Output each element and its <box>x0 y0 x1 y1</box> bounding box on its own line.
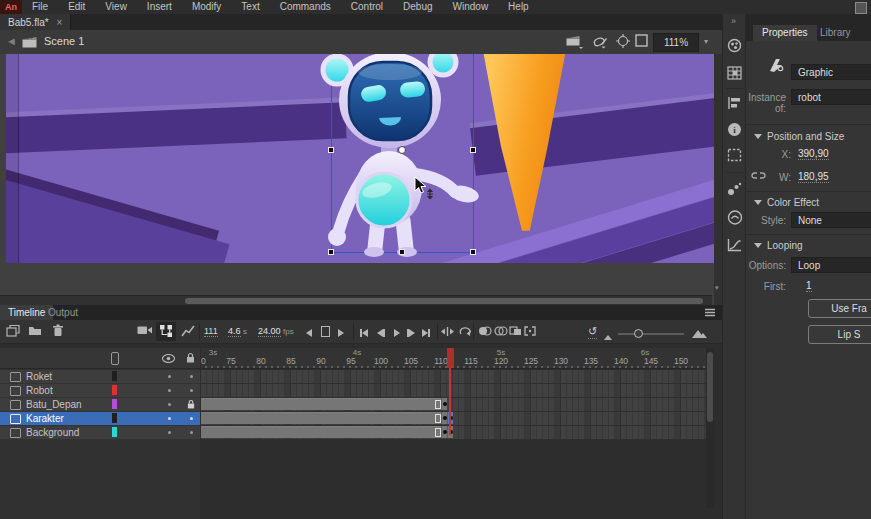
menu-commands[interactable]: Commands <box>270 0 341 14</box>
menu-control[interactable]: Control <box>341 0 393 14</box>
modify-markers-icon[interactable] <box>524 326 536 336</box>
stage-vertical-scrollbar[interactable]: ▾ <box>714 54 722 305</box>
layer-frames-background[interactable] <box>201 426 706 440</box>
go-to-last-frame-icon[interactable] <box>422 327 430 341</box>
new-layer-icon[interactable] <box>6 324 20 337</box>
layer-visibility-toggle[interactable] <box>168 375 171 378</box>
frame-rate-value[interactable]: 24.00 fps <box>258 326 294 336</box>
creative-cloud-icon[interactable] <box>727 210 743 225</box>
new-folder-icon[interactable] <box>28 324 42 336</box>
layer-lock-toggle[interactable] <box>190 389 193 392</box>
timeline-zoom-slider[interactable] <box>618 333 684 335</box>
menu-window[interactable]: Window <box>443 0 499 14</box>
layer-visibility-toggle[interactable] <box>168 431 171 434</box>
close-tab-icon[interactable]: × <box>57 17 63 28</box>
selection-handle-mid-left[interactable] <box>328 147 334 153</box>
camera-icon[interactable] <box>137 324 153 336</box>
layer-frames-roket[interactable] <box>201 370 706 384</box>
edit-scene-icon[interactable] <box>566 34 583 49</box>
timeline-zoom-knob[interactable] <box>634 329 643 338</box>
menu-help[interactable]: Help <box>498 0 539 14</box>
reset-timeline-zoom-icon[interactable]: ↺ <box>588 324 597 339</box>
loop-options-select[interactable]: Loop <box>791 257 871 273</box>
layer-visibility-toggle[interactable] <box>168 403 171 406</box>
center-stage-icon[interactable] <box>616 34 630 48</box>
menu-view[interactable]: View <box>95 0 137 14</box>
stage-canvas[interactable] <box>6 54 715 263</box>
menu-edit[interactable]: Edit <box>58 0 95 14</box>
elapsed-time-value[interactable]: 4.6 s <box>228 326 247 336</box>
menu-text[interactable]: Text <box>231 0 269 14</box>
menu-modify[interactable]: Modify <box>182 0 231 14</box>
onion-skin-outlines-icon[interactable] <box>494 326 508 336</box>
layer-frames-robot[interactable] <box>201 384 706 398</box>
center-frame-icon[interactable] <box>441 326 454 337</box>
style-select[interactable]: None <box>791 212 871 228</box>
clip-content-icon[interactable] <box>635 34 648 47</box>
lip-syncing-button[interactable]: Lip S <box>808 325 871 344</box>
use-frame-picker-button[interactable]: Use Fra <box>808 299 871 318</box>
stage-zoom-select[interactable]: 111% <box>653 33 699 52</box>
color-wheel-icon[interactable] <box>727 38 742 53</box>
show-graph-icon[interactable] <box>181 324 195 337</box>
lock-column-icon[interactable] <box>186 352 195 363</box>
zoom-caret-icon[interactable]: ▾ <box>699 33 713 50</box>
menu-file[interactable]: File <box>22 0 58 14</box>
playhead-marker[interactable] <box>447 348 454 368</box>
timeline-vertical-scrollbar[interactable] <box>706 348 714 508</box>
layer-row-background[interactable]: Background <box>0 426 200 440</box>
selection-handle-bottom-left[interactable] <box>328 249 334 255</box>
robot-character[interactable] <box>317 54 483 260</box>
stage-horizontal-scrollbar-thumb[interactable] <box>185 298 703 304</box>
onion-skin-icon[interactable] <box>478 326 492 336</box>
scroll-down-icon[interactable]: ▾ <box>715 284 719 292</box>
edit-multiple-frames-icon[interactable] <box>509 326 522 336</box>
selection-handle-mid-right[interactable] <box>470 147 476 153</box>
next-keyframe-icon[interactable] <box>407 327 415 341</box>
layer-parenting-icon[interactable] <box>156 322 176 341</box>
w-value[interactable]: 180,95 <box>798 171 829 183</box>
transform-icon[interactable] <box>727 148 742 162</box>
link-width-height-icon[interactable] <box>751 169 766 182</box>
align-icon[interactable] <box>727 96 742 110</box>
transformation-point[interactable] <box>398 146 406 154</box>
loop-playback-icon[interactable] <box>458 325 473 337</box>
layer-lock-toggle[interactable] <box>190 431 193 434</box>
layer-row-roket[interactable]: Roket <box>0 370 200 384</box>
tab-properties[interactable]: Properties <box>753 25 817 41</box>
timeline-vertical-scrollbar-thumb[interactable] <box>707 352 713 422</box>
info-icon[interactable]: i <box>727 122 742 137</box>
delete-layer-icon[interactable] <box>52 324 64 337</box>
playhead-line[interactable] <box>449 368 451 435</box>
layer-frames-batu_depan[interactable] <box>201 398 706 412</box>
layer-row-robot[interactable]: Robot <box>0 384 200 398</box>
instance-name-field[interactable]: robot <box>791 89 871 105</box>
back-arrow-icon[interactable]: ◄ <box>6 35 17 47</box>
menu-debug[interactable]: Debug <box>393 0 442 14</box>
layer-lock-toggle[interactable] <box>190 417 193 420</box>
first-frame-value[interactable]: 1 <box>806 280 812 292</box>
previous-keyframe-icon[interactable] <box>377 327 385 341</box>
step-back-icon[interactable] <box>306 327 312 341</box>
section-position-size[interactable]: Position and Size <box>754 131 844 142</box>
layer-frames-karakter[interactable] <box>201 412 706 426</box>
zoom-out-frames-icon[interactable] <box>604 330 612 344</box>
current-frame-value[interactable]: 111 <box>204 326 218 337</box>
scene-name[interactable]: Scene 1 <box>44 35 84 47</box>
app-logo[interactable]: An <box>0 0 22 14</box>
frame-picker-chart-icon[interactable] <box>727 238 742 252</box>
section-looping[interactable]: Looping <box>754 240 803 251</box>
window-controls-icon[interactable] <box>855 2 867 14</box>
layer-row-karakter[interactable]: Karakter <box>0 412 200 426</box>
menu-insert[interactable]: Insert <box>137 0 182 14</box>
step-forward-icon[interactable] <box>338 327 344 341</box>
layer-visibility-toggle[interactable] <box>168 389 171 392</box>
stage-horizontal-scrollbar[interactable] <box>0 295 712 305</box>
section-color-effect[interactable]: Color Effect <box>754 197 819 208</box>
tab-library[interactable]: Library <box>811 25 860 41</box>
edit-symbols-icon[interactable] <box>592 34 608 49</box>
layer-row-batu_depan[interactable]: Batu_Depan <box>0 398 200 412</box>
keyframe[interactable] <box>441 398 447 410</box>
zoom-in-frames-icon[interactable] <box>692 328 707 342</box>
document-tab[interactable]: Bab5.fla* × <box>0 14 71 30</box>
